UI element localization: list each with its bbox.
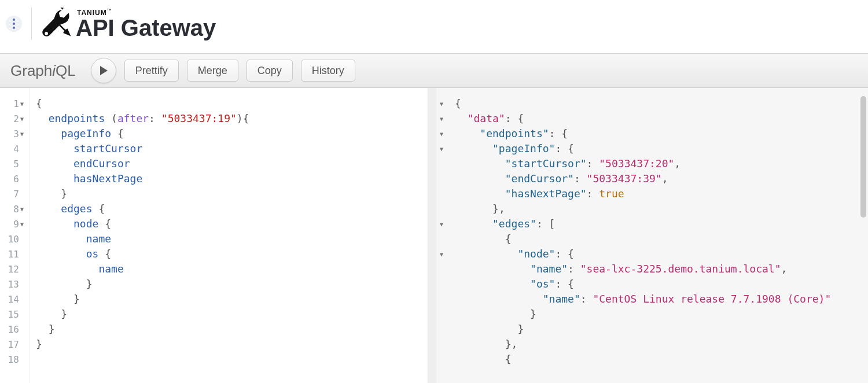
graphiql-logo: GraphiQL: [10, 62, 76, 80]
pane-splitter[interactable]: [428, 88, 436, 383]
brand-product: API Gateway: [76, 16, 216, 39]
app-header: TANIUM™ API Gateway: [0, 0, 868, 53]
run-button[interactable]: [91, 58, 116, 83]
copy-button[interactable]: Copy: [247, 60, 293, 82]
query-code[interactable]: { endpoints (after: "5033437:19"){ pageI…: [30, 88, 428, 383]
scrollbar-thumb[interactable]: [860, 96, 866, 218]
play-icon: [99, 65, 108, 76]
menu-button[interactable]: [6, 16, 22, 32]
query-pane[interactable]: 1▼ 2▼ 3▼ 4 5 6 7 8▼ 9▼ 10 11 12 13 14 15…: [0, 88, 428, 383]
history-button[interactable]: History: [301, 60, 355, 82]
result-code: { "data": { "endpoints": { "pageInfo": {…: [449, 88, 868, 383]
header-divider: [31, 8, 32, 40]
wrench-icon: [39, 6, 73, 41]
brand: TANIUM™ API Gateway: [39, 6, 216, 41]
query-gutter: 1▼ 2▼ 3▼ 4 5 6 7 8▼ 9▼ 10 11 12 13 14 15…: [0, 88, 30, 383]
graphiql-toolbar: GraphiQL Prettify Merge Copy History: [0, 53, 868, 88]
merge-button[interactable]: Merge: [187, 60, 238, 82]
prettify-button[interactable]: Prettify: [124, 60, 179, 82]
result-pane[interactable]: ▼ ▼ ▼ ▼ ▼ ▼ { "data": { "endpoints": { "…: [436, 88, 868, 383]
result-gutter: ▼ ▼ ▼ ▼ ▼ ▼: [436, 88, 449, 383]
editor-area: 1▼ 2▼ 3▼ 4 5 6 7 8▼ 9▼ 10 11 12 13 14 15…: [0, 88, 868, 383]
